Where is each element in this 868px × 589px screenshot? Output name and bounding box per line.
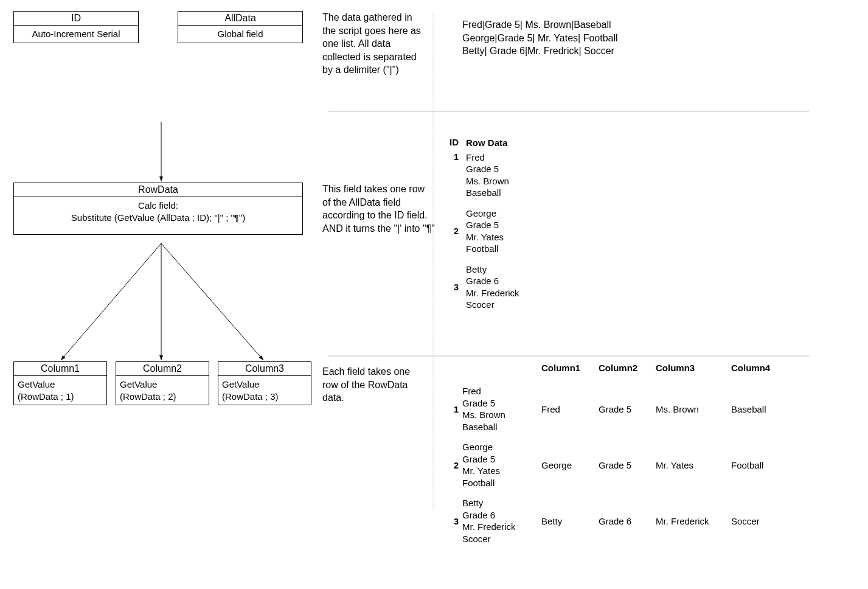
- box-rowdata-formula: Substitute (GetValue (AllData ; ID); "|"…: [18, 212, 299, 224]
- box-alldata-title: AllData: [178, 12, 302, 26]
- rowdata-header-row: Row Data: [462, 137, 507, 149]
- box-rowdata-title: RowData: [14, 183, 302, 197]
- rowdata-header-id: ID: [440, 137, 462, 147]
- box-id-body: Auto-Increment Serial: [14, 26, 138, 43]
- box-column1-body: GetValue (RowData ; 1): [14, 376, 106, 405]
- box-id: ID Auto-Increment Serial: [13, 11, 139, 43]
- paragraph-rowdata: This field takes one row of the AllData …: [322, 183, 435, 235]
- final-row: 1 Fred Grade 5 Ms. Brown Baseball Fred G…: [440, 385, 786, 433]
- box-column1: Column1 GetValue (RowData ; 1): [13, 361, 107, 405]
- rowdata-row: 3 Betty Grade 6 Mr. Frederick Scocer: [440, 263, 519, 311]
- box-column3-title: Column3: [218, 362, 311, 376]
- paragraph-alldata: The data gathered in the script goes her…: [322, 11, 426, 77]
- final-row: 3 Betty Grade 6 Mr. Frederick Scocer Bet…: [440, 497, 786, 545]
- box-column2-body: GetValue (RowData ; 2): [116, 376, 209, 405]
- box-rowdata: RowData Calc field: Substitute (GetValue…: [13, 183, 303, 235]
- box-column3: Column3 GetValue (RowData ; 3): [218, 361, 311, 405]
- rowdata-table: ID Row Data 1 Fred Grade 5 Ms. Brown Bas…: [440, 137, 519, 319]
- box-alldata-body: Global field: [178, 26, 302, 43]
- box-rowdata-label: Calc field:: [18, 200, 299, 212]
- box-column1-title: Column1: [14, 362, 106, 376]
- sample-alldata: Fred|Grade 5| Ms. Brown|Baseball George|…: [462, 18, 618, 58]
- svg-line-1: [61, 243, 161, 360]
- final-row: 2 George Grade 5 Mr. Yates Football Geor…: [440, 441, 786, 489]
- box-column2: Column2 GetValue (RowData ; 2): [116, 361, 209, 405]
- rowdata-row: 2 George Grade 5 Mr. Yates Football: [440, 207, 519, 255]
- final-table: Column1 Column2 Column3 Column4 1 Fred G…: [440, 363, 786, 553]
- svg-line-3: [161, 243, 263, 360]
- box-rowdata-body: Calc field: Substitute (GetValue (AllDat…: [14, 197, 302, 234]
- box-alldata: AllData Global field: [178, 11, 303, 43]
- box-id-title: ID: [14, 12, 138, 26]
- diagram-canvas: ID Auto-Increment Serial AllData Global …: [0, 0, 868, 589]
- paragraph-columns: Each field takes one row of the RowData …: [322, 365, 426, 405]
- rowdata-row: 1 Fred Grade 5 Ms. Brown Baseball: [440, 152, 519, 199]
- box-column3-body: GetValue (RowData ; 3): [218, 376, 311, 405]
- final-table-header: Column1 Column2 Column3 Column4: [541, 363, 786, 373]
- box-column2-title: Column2: [116, 362, 209, 376]
